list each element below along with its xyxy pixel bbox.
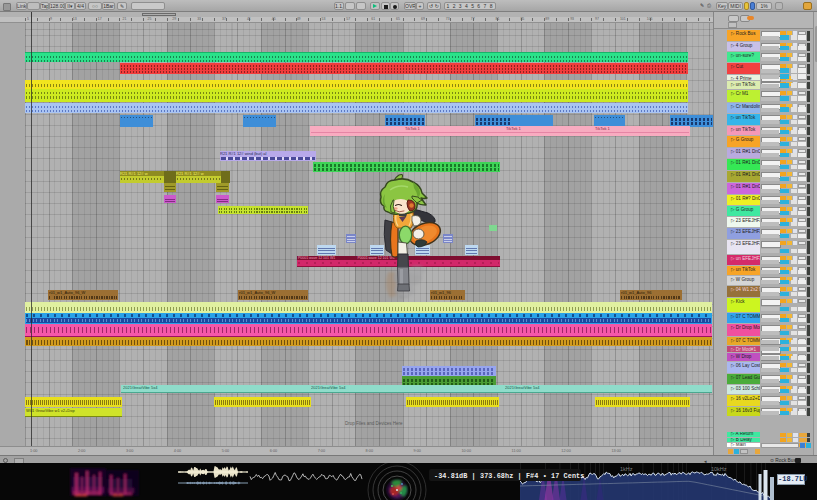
svg-text:10kHz: 10kHz [711, 466, 727, 472]
svg-text:1kHz: 1kHz [620, 466, 633, 472]
